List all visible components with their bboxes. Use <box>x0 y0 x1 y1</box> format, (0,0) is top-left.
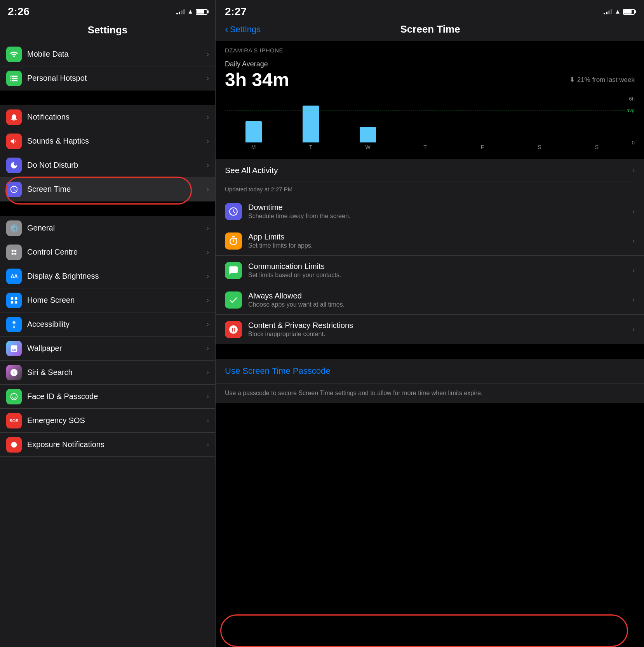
chart-y-max: 6h <box>629 96 635 102</box>
left-time: 2:26 <box>8 5 30 18</box>
right-nav-bar: ‹ Settings Screen Time <box>216 22 644 41</box>
app-limits-chevron: › <box>632 237 635 245</box>
settings-item-face-id[interactable]: Face ID & Passcode › <box>0 385 215 409</box>
daily-average-change: ⬇ 21% from last week <box>569 76 635 84</box>
st-item-always-allowed[interactable]: Always Allowed Choose apps you want at a… <box>216 285 644 315</box>
chart-section: 6h avg <box>216 92 644 154</box>
always-allowed-subtitle: Choose apps you want at all times. <box>248 301 632 308</box>
general-label: General <box>27 224 207 232</box>
mobile-data-chevron: › <box>207 50 209 58</box>
passcode-description: Use a passcode to secure Screen Time set… <box>216 383 644 403</box>
notifications-icon <box>6 109 22 125</box>
communication-limits-title: Communication Limits <box>248 262 632 271</box>
device-label: DZAMIRA'S IPHONE <box>225 47 283 54</box>
notifications-chevron: › <box>207 113 209 121</box>
updated-text: Updated today at 2:27 PM <box>225 186 292 193</box>
mobile-data-icon <box>6 47 22 62</box>
chart-container: 6h avg <box>225 96 635 154</box>
daily-average-section: Daily Average 3h 34m ⬇ 21% from last wee… <box>216 57 644 92</box>
svg-point-1 <box>14 250 16 252</box>
see-all-row[interactable]: See All Activity › <box>225 159 635 182</box>
change-text: 21% from last week <box>577 76 635 84</box>
accessibility-chevron: › <box>207 320 209 328</box>
emergency-sos-icon: SOS <box>6 413 22 428</box>
settings-item-display-brightness[interactable]: AA Display & Brightness › <box>0 264 215 288</box>
daily-average-row: 3h 34m ⬇ 21% from last week <box>225 69 635 90</box>
downtime-icon <box>225 203 242 220</box>
content-privacy-annotation <box>220 614 628 647</box>
chart-x-labels: M T W T F S S <box>225 144 635 150</box>
right-time: 2:27 <box>225 5 247 18</box>
left-settings-wrapper: Mobile Data › Personal Hotspot › Notific… <box>0 42 215 647</box>
chart-bar-m <box>245 121 262 142</box>
svg-point-3 <box>14 252 16 255</box>
svg-rect-7 <box>15 301 17 303</box>
general-icon: ⚙️ <box>6 220 22 236</box>
downtime-text: Downtime Schedule time away from the scr… <box>248 203 632 220</box>
settings-item-emergency-sos[interactable]: SOS Emergency SOS › <box>0 409 215 433</box>
settings-item-do-not-disturb[interactable]: Do Not Disturb › <box>0 153 215 177</box>
chart-col-w <box>339 127 397 142</box>
right-status-icons: ▲ <box>604 8 635 15</box>
settings-item-exposure[interactable]: Exposure Notifications › <box>0 433 215 457</box>
down-arrow-icon: ⬇ <box>569 76 575 84</box>
wallpaper-chevron: › <box>207 344 209 352</box>
sounds-haptics-label: Sounds & Haptics <box>27 137 207 146</box>
chart-label-t1: T <box>282 144 339 150</box>
settings-item-wallpaper[interactable]: Wallpaper › <box>0 337 215 361</box>
chart-label-t2: T <box>397 144 454 150</box>
settings-item-accessibility[interactable]: Accessibility › <box>0 312 215 337</box>
settings-item-sounds-haptics[interactable]: Sounds & Haptics › <box>0 129 215 153</box>
settings-item-home-screen[interactable]: Home Screen › <box>0 288 215 312</box>
control-centre-label: Control Centre <box>27 248 207 257</box>
st-item-app-limits[interactable]: App Limits Set time limits for apps. › <box>216 226 644 256</box>
right-page-title: Screen Time <box>400 23 460 35</box>
emergency-sos-chevron: › <box>207 416 209 425</box>
control-centre-chevron: › <box>207 248 209 256</box>
left-panel: 2:26 ▲ Settings Mobile Data <box>0 0 215 647</box>
updated-banner: Updated today at 2:27 PM <box>216 182 644 197</box>
chart-bar-t1 <box>303 106 319 142</box>
screen-time-items: Downtime Schedule time away from the scr… <box>216 197 644 344</box>
exposure-chevron: › <box>207 441 209 449</box>
always-allowed-icon <box>225 291 242 309</box>
use-passcode-button[interactable]: Use Screen Time Passcode <box>216 359 644 383</box>
st-item-communication-limits[interactable]: Communication Limits Set limits based on… <box>216 256 644 285</box>
settings-item-mobile-data[interactable]: Mobile Data › <box>0 42 215 66</box>
face-id-label: Face ID & Passcode <box>27 392 207 401</box>
settings-item-siri-search[interactable]: Siri & Search › <box>0 361 215 385</box>
st-item-downtime[interactable]: Downtime Schedule time away from the scr… <box>216 197 644 226</box>
st-item-content-privacy[interactable]: Content & Privacy Restrictions Block ina… <box>216 315 644 344</box>
communication-limits-chevron: › <box>632 266 635 274</box>
screen-time-label: Screen Time <box>27 185 207 194</box>
settings-item-notifications[interactable]: Notifications › <box>0 105 215 129</box>
battery-icon <box>196 9 207 15</box>
daily-average-time: 3h 34m <box>225 69 289 90</box>
signal-icon <box>176 9 185 14</box>
control-centre-icon <box>6 245 22 260</box>
app-limits-text: App Limits Set time limits for apps. <box>248 232 632 249</box>
chart-label-f: F <box>454 144 511 150</box>
chart-label-s1: S <box>511 144 568 150</box>
settings-item-personal-hotspot[interactable]: Personal Hotspot › <box>0 66 215 90</box>
settings-item-screen-time[interactable]: Screen Time › <box>0 177 215 201</box>
always-allowed-title: Always Allowed <box>248 291 632 300</box>
sounds-haptics-icon <box>6 134 22 149</box>
personal-hotspot-icon <box>6 71 22 86</box>
accessibility-icon <box>6 317 22 332</box>
settings-item-control-centre[interactable]: Control Centre › <box>0 240 215 264</box>
svg-point-9 <box>11 442 17 448</box>
screen-time-icon <box>6 182 22 197</box>
back-button[interactable]: ‹ Settings <box>225 23 261 35</box>
chart-col-t1 <box>282 106 339 142</box>
right-signal-icon <box>604 9 612 14</box>
communication-limits-text: Communication Limits Set limits based on… <box>248 262 632 279</box>
content-privacy-text: Content & Privacy Restrictions Block ina… <box>248 321 632 338</box>
general-chevron: › <box>207 224 209 232</box>
svg-point-0 <box>12 250 14 252</box>
downtime-subtitle: Schedule time away from the screen. <box>248 213 632 220</box>
exposure-label: Exposure Notifications <box>27 440 207 449</box>
home-screen-chevron: › <box>207 296 209 304</box>
settings-item-general[interactable]: ⚙️ General › <box>0 216 215 240</box>
see-all-label: See All Activity <box>225 166 278 175</box>
